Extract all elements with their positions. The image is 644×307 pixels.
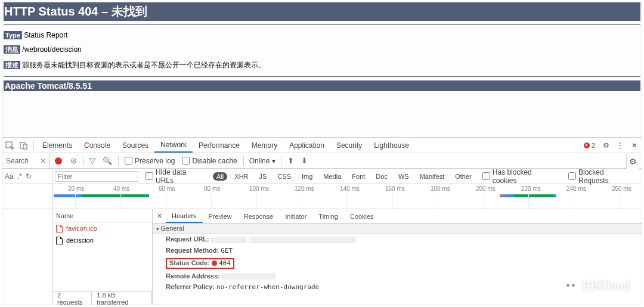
filter-type-ws[interactable]: WS bbox=[395, 172, 413, 181]
divider bbox=[4, 24, 640, 25]
request-method-row: Request Method: GET bbox=[153, 245, 642, 256]
description-value: 源服务器未能找到目标资源的表示或者是不愿公开一个已经存在的资源表示。 bbox=[22, 61, 265, 69]
filter-icon[interactable]: ▽ bbox=[86, 156, 99, 165]
filter-type-css[interactable]: CSS bbox=[274, 172, 295, 181]
more-icon[interactable]: ⋮ bbox=[613, 141, 627, 150]
filter-type-xhr[interactable]: XHR bbox=[231, 172, 252, 181]
detail-tab-initiator[interactable]: Initiator bbox=[279, 209, 312, 223]
tab-sources[interactable]: Sources bbox=[116, 138, 154, 153]
filter-type-manifest[interactable]: Manifest bbox=[416, 172, 448, 181]
filter-type-img[interactable]: Img bbox=[298, 172, 316, 181]
search-label: Search bbox=[6, 157, 29, 165]
download-icon[interactable]: ⬇ bbox=[298, 156, 311, 165]
separator bbox=[33, 141, 34, 150]
server-footer: Apache Tomcat/8.5.51 bbox=[4, 80, 640, 91]
timeline-tick: 120 ms bbox=[295, 185, 314, 192]
timeline-tick: 60 ms bbox=[159, 185, 175, 192]
detail-tab-timing[interactable]: Timing bbox=[312, 209, 344, 223]
refresh-icon[interactable]: ↻ bbox=[26, 172, 32, 181]
detail-tab-cookies[interactable]: Cookies bbox=[344, 209, 380, 223]
timeline-tick: 80 ms bbox=[204, 185, 220, 192]
timeline-bar bbox=[54, 194, 149, 197]
tab-security[interactable]: Security bbox=[330, 138, 368, 153]
timeline-tick: 40 ms bbox=[113, 185, 129, 192]
http-status-title: HTTP Status 404 – 未找到 bbox=[4, 2, 640, 21]
clear-icon[interactable]: ⊘ bbox=[67, 156, 80, 165]
file-icon bbox=[56, 237, 63, 244]
regex-icon[interactable]: .* bbox=[17, 172, 22, 181]
match-case-icon[interactable]: Aa bbox=[5, 172, 14, 181]
inspect-icon[interactable] bbox=[2, 141, 17, 150]
timeline-tick: 220 ms bbox=[521, 185, 541, 192]
watermark: EBCloud bbox=[564, 279, 630, 293]
record-button[interactable] bbox=[55, 157, 62, 165]
search-icon[interactable]: 🔍 bbox=[99, 156, 116, 165]
filter-input[interactable] bbox=[55, 171, 138, 182]
request-item[interactable]: favicon.ico bbox=[52, 222, 152, 234]
timeline-tick: 180 ms bbox=[431, 185, 450, 192]
request-list-header[interactable]: Name bbox=[52, 209, 152, 222]
network-settings-icon[interactable]: ⚙ bbox=[626, 154, 639, 169]
filter-bar: Aa .* ↻ Hide data URLs AllXHRJSCSSImgMed… bbox=[2, 169, 642, 184]
filter-type-doc[interactable]: Doc bbox=[372, 172, 391, 181]
filter-type-font[interactable]: Font bbox=[348, 172, 369, 181]
message-badge: 消息 bbox=[4, 45, 20, 54]
detail-tab-response[interactable]: Response bbox=[238, 209, 280, 223]
timeline-tick: 240 ms bbox=[566, 185, 586, 192]
tab-application[interactable]: Application bbox=[283, 138, 330, 153]
status-code-row: Status Code: 404 bbox=[153, 256, 642, 271]
network-toolbar: Search ✕ ⊘ ▽ 🔍 Preserve log Disable cach… bbox=[2, 153, 642, 169]
close-search-icon[interactable]: ✕ bbox=[40, 157, 46, 165]
tab-memory[interactable]: Memory bbox=[246, 138, 283, 153]
request-url-row: Request URL: bbox=[153, 234, 642, 245]
close-detail-icon[interactable]: ✕ bbox=[153, 212, 166, 220]
general-section[interactable]: General bbox=[153, 224, 642, 234]
filter-type-js[interactable]: JS bbox=[256, 172, 271, 181]
tab-elements[interactable]: Elements bbox=[36, 138, 78, 153]
search-panel[interactable]: Search ✕ bbox=[2, 153, 50, 168]
divider bbox=[4, 76, 640, 77]
timeline-tick: 140 ms bbox=[340, 185, 360, 192]
type-value: Status Report bbox=[24, 31, 67, 39]
upload-icon[interactable]: ⬆ bbox=[284, 156, 298, 165]
request-item[interactable]: deciscion bbox=[52, 234, 152, 246]
devtools-panel: ElementsConsoleSourcesNetworkPerformance… bbox=[2, 137, 642, 305]
tab-lighthouse[interactable]: Lighthouse bbox=[368, 138, 415, 153]
tab-performance[interactable]: Performance bbox=[193, 138, 246, 153]
filter-type-all[interactable]: All bbox=[213, 172, 227, 181]
timeline-tick: 260 ms bbox=[612, 185, 631, 192]
tab-console[interactable]: Console bbox=[78, 138, 116, 153]
svg-rect-2 bbox=[23, 144, 27, 149]
type-badge: Type bbox=[4, 31, 22, 39]
filter-type-other[interactable]: Other bbox=[451, 172, 475, 181]
gear-icon[interactable]: ⚙ bbox=[599, 141, 613, 150]
request-list: Name favicon.icodeciscion 2 requests 1.8… bbox=[52, 209, 153, 305]
blocked-requests-checkbox[interactable]: Blocked Requests bbox=[565, 168, 639, 185]
timeline-tick: 200 ms bbox=[476, 185, 496, 192]
tab-network[interactable]: Network bbox=[154, 138, 193, 153]
request-summary: 2 requests 1.8 kB transferred bbox=[52, 292, 152, 305]
message-value: /webroot/deciscion bbox=[22, 45, 81, 54]
timeline-tick: 100 ms bbox=[249, 185, 269, 192]
request-name: deciscion bbox=[66, 237, 94, 244]
device-icon[interactable] bbox=[17, 141, 31, 150]
detail-tab-preview[interactable]: Preview bbox=[203, 209, 238, 223]
hide-data-urls-checkbox[interactable]: Hide data URLs bbox=[142, 168, 209, 185]
wechat-icon bbox=[564, 280, 578, 292]
filter-type-media[interactable]: Media bbox=[320, 172, 345, 181]
description-badge: 描述 bbox=[4, 61, 20, 69]
timeline[interactable]: 20 ms40 ms60 ms80 ms100 ms120 ms140 ms16… bbox=[2, 184, 642, 209]
close-icon[interactable]: ✕ bbox=[627, 141, 642, 150]
throttle-select[interactable]: Online ▾ bbox=[246, 156, 279, 166]
error-count[interactable]: ✕2 bbox=[584, 142, 595, 149]
timeline-tick: 160 ms bbox=[385, 185, 405, 192]
detail-tab-headers[interactable]: Headers bbox=[166, 209, 203, 223]
request-name: favicon.ico bbox=[66, 225, 97, 232]
devtools-tab-bar: ElementsConsoleSourcesNetworkPerformance… bbox=[2, 138, 642, 153]
preserve-log-checkbox[interactable]: Preserve log bbox=[121, 157, 178, 165]
timeline-tick: 20 ms bbox=[68, 185, 84, 192]
disable-cache-checkbox[interactable]: Disable cache bbox=[178, 157, 240, 165]
file-icon bbox=[56, 225, 63, 232]
blocked-cookies-checkbox[interactable]: Has blocked cookies bbox=[479, 168, 561, 185]
